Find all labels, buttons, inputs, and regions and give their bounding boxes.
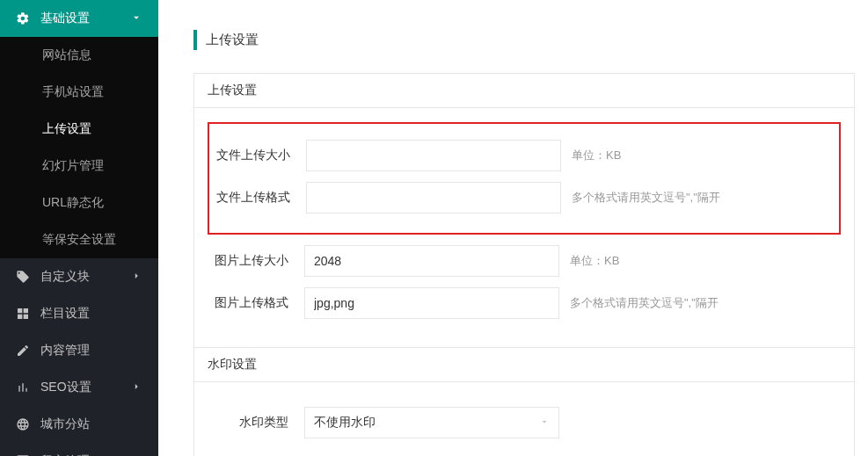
nav-guestbook[interactable]: 留言管理 xyxy=(0,443,158,456)
panel-title: 上传设置 xyxy=(194,74,854,108)
nav-seo-settings[interactable]: SEO设置 xyxy=(0,369,158,406)
tag-icon xyxy=(16,270,30,284)
gear-icon xyxy=(16,11,30,25)
file-size-row: 文件上传大小 单位：KB xyxy=(209,140,839,171)
img-format-input[interactable] xyxy=(304,287,559,319)
nav-custom-block[interactable]: 自定义块 xyxy=(0,258,158,295)
watermark-type-select[interactable]: 不使用水印 xyxy=(304,407,559,438)
globe-icon xyxy=(16,417,30,431)
nav-label: 内容管理 xyxy=(40,343,90,358)
watermark-type-label: 水印类型 xyxy=(208,415,304,431)
nav-label: 自定义块 xyxy=(40,269,90,285)
select-value: 不使用水印 xyxy=(314,415,376,431)
file-size-input[interactable] xyxy=(306,140,561,171)
sidebar: 基础设置 网站信息 手机站设置 上传设置 幻灯片管理 URL静态化 等保安全设置… xyxy=(0,0,158,456)
file-size-label: 文件上传大小 xyxy=(209,148,306,163)
img-size-hint: 单位：KB xyxy=(570,253,619,269)
nav-security[interactable]: 等保安全设置 xyxy=(0,221,158,258)
panel-title-watermark: 水印设置 xyxy=(194,347,854,382)
page-title: 上传设置 xyxy=(193,30,855,50)
nav-label: 城市分站 xyxy=(40,416,90,432)
nav-slide-mgmt[interactable]: 幻灯片管理 xyxy=(0,148,158,185)
img-size-row: 图片上传大小 单位：KB xyxy=(208,245,841,277)
img-format-hint: 多个格式请用英文逗号","隔开 xyxy=(570,295,718,311)
nav-city-site[interactable]: 城市分站 xyxy=(0,406,158,443)
main-content: 上传设置 上传设置 文件上传大小 单位：KB 文件上传格式 多个格式请用英文逗号… xyxy=(158,0,868,456)
upload-settings-panel: 上传设置 文件上传大小 单位：KB 文件上传格式 多个格式请用英文逗号","隔开 xyxy=(193,73,855,456)
nav-label: SEO设置 xyxy=(40,380,91,395)
highlight-area: 文件上传大小 单位：KB 文件上传格式 多个格式请用英文逗号","隔开 xyxy=(208,122,841,235)
file-format-label: 文件上传格式 xyxy=(209,190,306,206)
chevron-right-icon xyxy=(130,380,142,395)
chevron-down-icon xyxy=(130,11,142,26)
nav-content-mgmt[interactable]: 内容管理 xyxy=(0,332,158,369)
chevron-down-icon xyxy=(539,416,550,430)
nav-site-info[interactable]: 网站信息 xyxy=(0,37,158,74)
nav-column-settings[interactable]: 栏目设置 xyxy=(0,295,158,332)
img-format-label: 图片上传格式 xyxy=(208,295,304,311)
file-size-hint: 单位：KB xyxy=(572,148,621,163)
watermark-type-row: 水印类型 不使用水印 xyxy=(208,407,841,438)
file-format-hint: 多个格式请用英文逗号","隔开 xyxy=(572,190,720,206)
file-format-input[interactable] xyxy=(306,182,561,214)
nav-label: 基础设置 xyxy=(40,11,90,26)
nav-upload-settings[interactable]: 上传设置 xyxy=(0,111,158,148)
img-size-label: 图片上传大小 xyxy=(208,253,304,269)
edit-icon xyxy=(16,344,30,358)
img-size-input[interactable] xyxy=(304,245,559,277)
chevron-right-icon xyxy=(130,270,142,285)
grid-icon xyxy=(16,307,30,321)
nav-url-static[interactable]: URL静态化 xyxy=(0,185,158,221)
img-format-row: 图片上传格式 多个格式请用英文逗号","隔开 xyxy=(208,287,841,319)
chart-icon xyxy=(16,380,30,394)
file-format-row: 文件上传格式 多个格式请用英文逗号","隔开 xyxy=(209,182,839,214)
nav-mobile-settings[interactable]: 手机站设置 xyxy=(0,74,158,111)
nav-label: 栏目设置 xyxy=(40,306,90,322)
nav-basic-settings[interactable]: 基础设置 xyxy=(0,0,158,37)
